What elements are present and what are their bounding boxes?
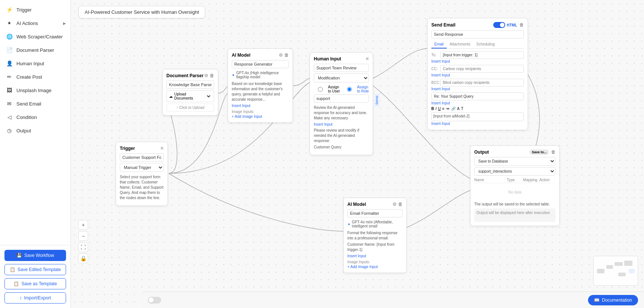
dark-mode-toggle — [148, 297, 161, 304]
indent-btn[interactable]: T — [461, 107, 463, 111]
trigger-description: Select your support form that collects: … — [120, 175, 164, 201]
sidebar-item-unsplash-image[interactable]: 🖼 Unsplash Image — [0, 84, 71, 97]
sidebar-item-send-email[interactable]: ✉ Send Email — [0, 97, 71, 110]
send-email-node: Send Email HTML 🗑 Email Attachments Sche… — [427, 18, 528, 130]
ai-model-2-model-label: GPT-4o mini (Affordable, intelligent sma… — [352, 220, 403, 228]
re-input[interactable] — [431, 92, 524, 100]
upload-select[interactable] — [207, 92, 212, 100]
upload-label: Upload Documents — [174, 92, 206, 100]
sidebar-label-web-scraper: Web Scraper/Crawler — [16, 34, 63, 40]
sidebar-item-web-scraper[interactable]: 🌐 Web Scraper/Crawler — [0, 30, 71, 43]
trigger-close-icon[interactable]: ✕ — [160, 146, 164, 151]
documentation-button[interactable]: 📖 Documentation — [588, 295, 638, 305]
human-input-role-input[interactable] — [314, 94, 369, 103]
output-display-area: Output will be displayed here after exec… — [474, 208, 556, 222]
body-insert-input[interactable]: Insert Input — [431, 121, 450, 126]
sidebar-item-condition[interactable]: ◁ Condition — [0, 110, 71, 124]
ai-model-1-insert-input[interactable]: Insert Input — [232, 103, 250, 108]
sidebar-item-ai-actions[interactable]: ✦ AI Actions ▶ — [0, 16, 71, 30]
sidebar-item-human-input[interactable]: 👤 Human Input — [0, 57, 71, 70]
sidebar-item-trigger[interactable]: ⚡ Trigger — [0, 3, 71, 16]
output-trash-icon[interactable]: 🗑 — [551, 150, 556, 155]
ai-model-1-trash-icon[interactable]: 🗑 — [284, 53, 289, 58]
save-workflow-button[interactable]: 💾 Save Workflow — [4, 250, 66, 261]
underline-btn[interactable]: U — [438, 107, 441, 111]
ai-model-2-name-input[interactable] — [347, 209, 403, 217]
assign-role-radio[interactable]: Assign to Role — [343, 85, 369, 93]
email-toolbar: B I U ≡ ≔ 🔗 A T — [431, 107, 524, 111]
sidebar: ⚡ Trigger ✦ AI Actions ▶ 🌐 Web Scraper/C… — [0, 0, 71, 308]
italic-btn[interactable]: I — [435, 107, 437, 111]
svg-rect-0 — [597, 269, 604, 273]
zoom-in-button[interactable]: + — [78, 220, 88, 230]
html-toggle-label: HTML — [507, 23, 517, 27]
output-action-select[interactable]: Save to Database — [474, 157, 556, 166]
to-insert-input[interactable]: Insert Input — [431, 59, 450, 64]
bcc-insert-input[interactable]: Insert Input — [431, 87, 450, 91]
sidebar-item-document-parser[interactable]: 📄 Document Parser — [0, 43, 71, 57]
human-input-insert-input[interactable]: Insert Input — [314, 122, 332, 127]
human-input-close-icon[interactable]: ✕ — [365, 56, 369, 62]
list-btn[interactable]: ≡ — [442, 107, 444, 111]
workflow-canvas[interactable]: AI-Powered Customer Service with Human O… — [71, 0, 644, 308]
ai-model-1-image-label: Image Inputs: — [232, 110, 289, 114]
ai-model-1-add-image[interactable]: + Add Image Input — [232, 114, 289, 119]
sidebar-item-output[interactable]: ◷ Output — [0, 124, 71, 137]
ai-model-2-trash-icon[interactable]: 🗑 — [398, 202, 403, 207]
output-icon: ◷ — [6, 128, 13, 133]
human-input-action-select[interactable]: Modification — [314, 73, 369, 82]
zoom-out-button[interactable]: − — [78, 231, 88, 241]
send-email-subject[interactable] — [431, 30, 524, 38]
gear-icon[interactable]: ⚙ — [204, 73, 208, 78]
output-table-select[interactable]: support_interactions — [474, 167, 556, 176]
to-input[interactable] — [440, 51, 524, 59]
trigger-type-select[interactable]: Manual Trigger — [120, 163, 164, 172]
ai-model-1-gear-icon[interactable]: ⚙ — [279, 53, 283, 58]
send-email-trash-icon[interactable]: 🗑 — [519, 22, 524, 28]
import-export-button[interactable]: ↕ Import/Export — [4, 292, 66, 304]
book-icon: 📖 — [594, 298, 600, 303]
doc-parser-input[interactable] — [166, 81, 214, 89]
to-label: To: — [431, 53, 439, 57]
align-btn[interactable]: A — [457, 107, 460, 111]
bcc-input[interactable] — [440, 79, 524, 87]
tab-email[interactable]: Email — [431, 41, 447, 48]
ai-model-2-add-image[interactable]: + Add Image Input — [347, 265, 403, 269]
ordered-list-btn[interactable]: ≔ — [446, 107, 450, 111]
output-save-toggle[interactable]: Save to... — [529, 150, 549, 155]
save-as-template-button[interactable]: 📋 Save as Template — [4, 278, 66, 289]
dark-mode-switch[interactable] — [148, 297, 161, 304]
sidebar-label-document-parser: Document Parser — [16, 47, 54, 53]
bold-btn[interactable]: B — [431, 107, 434, 111]
ai-model-2-insert-input[interactable]: Insert Input — [347, 254, 366, 258]
ai-model-1-name-input[interactable] — [232, 60, 289, 68]
sidebar-label-output: Output — [16, 128, 31, 133]
tab-attachments[interactable]: Attachments — [447, 41, 473, 48]
output-no-data: No data — [474, 185, 556, 199]
trash-icon[interactable]: 🗑 — [210, 73, 214, 78]
ai-model-2-gear-icon[interactable]: ⚙ — [393, 202, 397, 207]
email-body-content: [Input from aiModel-2] — [433, 114, 469, 118]
human-input-name-input[interactable] — [314, 64, 369, 72]
assign-user-radio[interactable]: Assign to User — [314, 85, 340, 93]
cc-input[interactable] — [440, 65, 524, 73]
minimap — [593, 256, 638, 286]
trigger-title: Trigger — [120, 146, 135, 151]
save-edited-template-button[interactable]: 📋 Save Edited Template — [4, 264, 66, 275]
sidebar-item-create-post[interactable]: ✏ Create Post — [0, 70, 71, 84]
cc-insert-input[interactable]: Insert Input — [431, 73, 450, 78]
html-toggle[interactable] — [493, 22, 505, 28]
email-body[interactable]: [Input from aiModel-2] — [431, 112, 524, 121]
re-insert-input[interactable]: Insert Input — [431, 101, 450, 106]
tab-scheduling[interactable]: Scheduling — [473, 41, 498, 48]
click-to-upload[interactable]: ↑ Click to Upload — [166, 104, 214, 111]
canvas-controls: + − ⛶ 🔒 — [78, 220, 88, 263]
human-input-title: Human Input — [314, 56, 341, 62]
fullscreen-button[interactable]: ⛶ — [78, 242, 88, 252]
modify-button[interactable]: Modify — [375, 94, 379, 107]
trigger-form-name[interactable] — [120, 153, 164, 161]
sidebar-actions: 💾 Save Workflow 📋 Save Edited Template 📋… — [0, 245, 71, 308]
ai-model-1-description: Based on our knowledge base information … — [232, 81, 289, 102]
link-btn[interactable]: 🔗 — [451, 107, 456, 111]
lock-button[interactable]: 🔒 — [78, 254, 88, 263]
